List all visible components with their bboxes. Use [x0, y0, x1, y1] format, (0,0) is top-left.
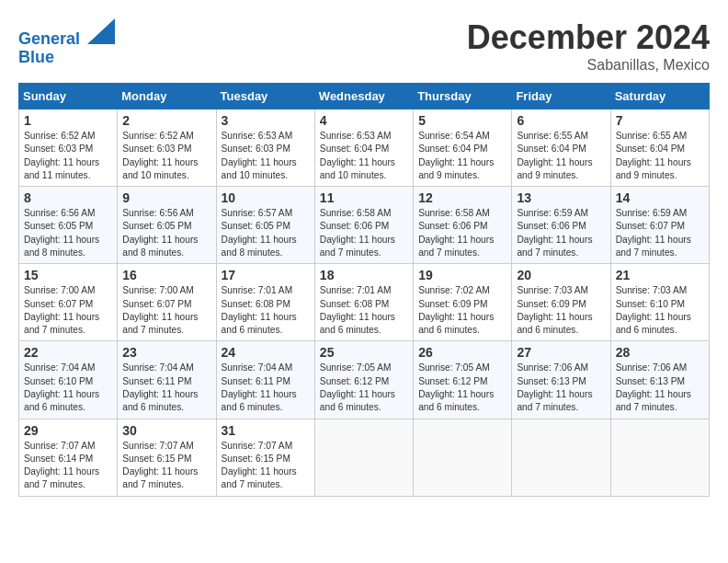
calendar-day-cell: 5Sunrise: 6:54 AMSunset: 6:04 PMDaylight…	[414, 109, 512, 187]
day-number: 8	[24, 190, 112, 205]
day-info: Sunrise: 7:03 AMSunset: 6:10 PMDaylight:…	[616, 284, 704, 337]
calendar-header-row: SundayMondayTuesdayWednesdayThursdayFrid…	[19, 84, 710, 109]
calendar-day-cell: 7Sunrise: 6:55 AMSunset: 6:04 PMDaylight…	[610, 109, 709, 187]
calendar-day-cell: 8Sunrise: 6:56 AMSunset: 6:05 PMDaylight…	[19, 187, 118, 264]
day-info: Sunrise: 7:07 AMSunset: 6:15 PMDaylight:…	[222, 440, 310, 492]
logo: General Blue	[18, 18, 115, 67]
day-info: Sunrise: 6:54 AMSunset: 6:04 PMDaylight:…	[418, 130, 506, 182]
calendar-week-row: 15Sunrise: 7:00 AMSunset: 6:07 PMDayligh…	[19, 264, 710, 341]
calendar-day-cell: 16Sunrise: 7:00 AMSunset: 6:07 PMDayligh…	[118, 264, 216, 341]
calendar-day-cell: 17Sunrise: 7:01 AMSunset: 6:08 PMDayligh…	[216, 264, 314, 341]
day-number: 17	[222, 268, 310, 282]
day-info: Sunrise: 6:57 AMSunset: 6:05 PMDaylight:…	[222, 207, 310, 259]
day-number: 2	[122, 113, 210, 128]
day-info: Sunrise: 7:05 AMSunset: 6:12 PMDaylight:…	[418, 362, 506, 414]
day-info: Sunrise: 6:58 AMSunset: 6:06 PMDaylight:…	[418, 207, 506, 259]
calendar-day-cell: 28Sunrise: 7:06 AMSunset: 6:13 PMDayligh…	[610, 341, 709, 419]
day-info: Sunrise: 6:56 AMSunset: 6:05 PMDaylight:…	[122, 207, 210, 259]
calendar-day-cell: 25Sunrise: 7:05 AMSunset: 6:12 PMDayligh…	[314, 341, 413, 419]
logo-icon	[87, 18, 115, 44]
calendar-day-cell	[314, 419, 413, 496]
day-info: Sunrise: 7:04 AMSunset: 6:11 PMDaylight:…	[122, 362, 210, 414]
day-number: 25	[320, 345, 408, 360]
calendar-day-cell: 23Sunrise: 7:04 AMSunset: 6:11 PMDayligh…	[118, 341, 216, 419]
day-of-week-header: Wednesday	[314, 84, 413, 109]
day-info: Sunrise: 7:01 AMSunset: 6:08 PMDaylight:…	[320, 284, 408, 337]
calendar-day-cell	[414, 419, 512, 496]
svg-marker-0	[87, 18, 115, 44]
calendar-day-cell: 26Sunrise: 7:05 AMSunset: 6:12 PMDayligh…	[414, 341, 512, 419]
day-number: 14	[616, 190, 704, 205]
day-number: 28	[616, 345, 704, 360]
logo-blue: Blue	[18, 48, 54, 66]
calendar-table: SundayMondayTuesdayWednesdayThursdayFrid…	[18, 83, 710, 497]
day-info: Sunrise: 6:53 AMSunset: 6:03 PMDaylight:…	[222, 130, 310, 182]
day-info: Sunrise: 7:01 AMSunset: 6:08 PMDaylight:…	[222, 284, 310, 337]
day-info: Sunrise: 7:05 AMSunset: 6:12 PMDaylight:…	[320, 362, 408, 414]
day-number: 13	[517, 190, 605, 205]
day-number: 20	[517, 268, 605, 282]
calendar-day-cell: 9Sunrise: 6:56 AMSunset: 6:05 PMDaylight…	[118, 187, 216, 264]
day-info: Sunrise: 7:00 AMSunset: 6:07 PMDaylight:…	[122, 284, 210, 337]
calendar-day-cell: 2Sunrise: 6:52 AMSunset: 6:03 PMDaylight…	[118, 109, 216, 187]
calendar-day-cell: 22Sunrise: 7:04 AMSunset: 6:10 PMDayligh…	[19, 341, 118, 419]
day-of-week-header: Sunday	[19, 84, 118, 109]
calendar-day-cell	[512, 419, 610, 496]
day-info: Sunrise: 6:58 AMSunset: 6:06 PMDaylight:…	[320, 207, 408, 259]
calendar-day-cell	[610, 419, 709, 496]
day-number: 10	[222, 190, 310, 205]
day-number: 9	[122, 190, 210, 205]
day-of-week-header: Monday	[118, 84, 216, 109]
day-number: 23	[122, 345, 210, 360]
calendar-day-cell: 10Sunrise: 6:57 AMSunset: 6:05 PMDayligh…	[216, 187, 314, 264]
calendar-day-cell: 29Sunrise: 7:07 AMSunset: 6:14 PMDayligh…	[19, 419, 118, 496]
day-number: 1	[24, 113, 112, 128]
calendar-day-cell: 30Sunrise: 7:07 AMSunset: 6:15 PMDayligh…	[118, 419, 216, 496]
calendar-day-cell: 1Sunrise: 6:52 AMSunset: 6:03 PMDaylight…	[19, 109, 118, 187]
day-info: Sunrise: 6:55 AMSunset: 6:04 PMDaylight:…	[616, 130, 704, 182]
day-number: 18	[320, 268, 408, 282]
day-info: Sunrise: 7:03 AMSunset: 6:09 PMDaylight:…	[517, 284, 605, 337]
day-number: 4	[320, 113, 408, 128]
calendar-day-cell: 13Sunrise: 6:59 AMSunset: 6:06 PMDayligh…	[512, 187, 610, 264]
day-info: Sunrise: 7:07 AMSunset: 6:14 PMDaylight:…	[24, 440, 112, 492]
day-number: 7	[616, 113, 704, 128]
day-number: 22	[24, 345, 112, 360]
day-info: Sunrise: 6:59 AMSunset: 6:07 PMDaylight:…	[616, 207, 704, 259]
day-number: 26	[418, 345, 506, 360]
day-of-week-header: Friday	[512, 84, 610, 109]
calendar-day-cell: 18Sunrise: 7:01 AMSunset: 6:08 PMDayligh…	[314, 264, 413, 341]
calendar-day-cell: 15Sunrise: 7:00 AMSunset: 6:07 PMDayligh…	[19, 264, 118, 341]
calendar-day-cell: 3Sunrise: 6:53 AMSunset: 6:03 PMDaylight…	[216, 109, 314, 187]
day-info: Sunrise: 7:02 AMSunset: 6:09 PMDaylight:…	[418, 284, 506, 337]
calendar-week-row: 22Sunrise: 7:04 AMSunset: 6:10 PMDayligh…	[19, 341, 710, 419]
day-of-week-header: Saturday	[610, 84, 709, 109]
day-number: 21	[616, 268, 704, 282]
day-number: 6	[517, 113, 605, 128]
day-of-week-header: Thursday	[414, 84, 512, 109]
day-number: 3	[222, 113, 310, 128]
calendar-day-cell: 27Sunrise: 7:06 AMSunset: 6:13 PMDayligh…	[512, 341, 610, 419]
calendar-week-row: 8Sunrise: 6:56 AMSunset: 6:05 PMDaylight…	[19, 187, 710, 264]
day-number: 12	[418, 190, 506, 205]
day-number: 19	[418, 268, 506, 282]
title-block: December 2024 Sabanillas, Mexico	[467, 18, 710, 74]
day-info: Sunrise: 6:52 AMSunset: 6:03 PMDaylight:…	[24, 130, 112, 182]
calendar-day-cell: 14Sunrise: 6:59 AMSunset: 6:07 PMDayligh…	[610, 187, 709, 264]
day-number: 15	[24, 268, 112, 282]
day-info: Sunrise: 7:06 AMSunset: 6:13 PMDaylight:…	[616, 362, 704, 414]
calendar-day-cell: 11Sunrise: 6:58 AMSunset: 6:06 PMDayligh…	[314, 187, 413, 264]
calendar-day-cell: 12Sunrise: 6:58 AMSunset: 6:06 PMDayligh…	[414, 187, 512, 264]
logo-general: General	[18, 29, 80, 48]
day-number: 30	[122, 423, 210, 438]
calendar-day-cell: 31Sunrise: 7:07 AMSunset: 6:15 PMDayligh…	[216, 419, 314, 496]
location: Sabanillas, Mexico	[467, 57, 710, 74]
day-info: Sunrise: 6:55 AMSunset: 6:04 PMDaylight:…	[517, 130, 605, 182]
day-info: Sunrise: 6:56 AMSunset: 6:05 PMDaylight:…	[24, 207, 112, 259]
calendar-day-cell: 6Sunrise: 6:55 AMSunset: 6:04 PMDaylight…	[512, 109, 610, 187]
day-number: 16	[122, 268, 210, 282]
day-info: Sunrise: 7:00 AMSunset: 6:07 PMDaylight:…	[24, 284, 112, 337]
day-number: 31	[222, 423, 310, 438]
day-number: 27	[517, 345, 605, 360]
calendar-day-cell: 20Sunrise: 7:03 AMSunset: 6:09 PMDayligh…	[512, 264, 610, 341]
